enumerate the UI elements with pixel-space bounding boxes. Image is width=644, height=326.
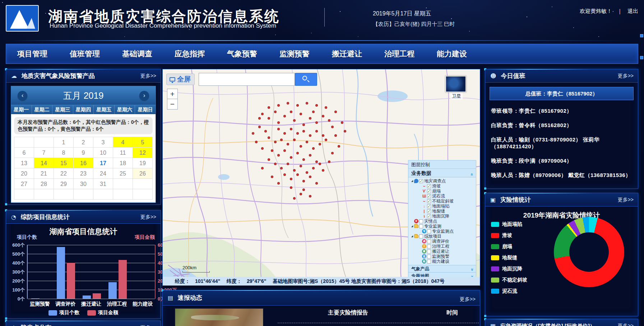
disaster-point-marker[interactable] bbox=[255, 141, 258, 143]
disaster-point-marker[interactable] bbox=[287, 163, 289, 165]
calendar-day-23[interactable]: 23 bbox=[74, 168, 93, 179]
calendar-day-18[interactable]: 18 bbox=[113, 158, 133, 168]
disaster-point-marker[interactable] bbox=[309, 154, 311, 157]
calendar-day-24[interactable]: 24 bbox=[93, 168, 113, 179]
scrollbar-handle-top[interactable] bbox=[640, 34, 643, 37]
nav-item-3[interactable]: 应急指挥 bbox=[163, 49, 216, 59]
nav-item-8[interactable]: 能力建设 bbox=[426, 49, 478, 59]
donut-legend-item-泥石流[interactable]: 泥石流 bbox=[491, 288, 527, 294]
disaster-point-marker[interactable] bbox=[277, 182, 280, 185]
donut-legend-item-崩塌[interactable]: 崩塌 bbox=[491, 243, 527, 250]
disaster-stats-more-link[interactable]: 更多>> bbox=[618, 193, 634, 206]
disaster-point-marker[interactable] bbox=[315, 130, 318, 132]
calendar-day-6[interactable]: 6 bbox=[14, 148, 34, 158]
layer-tree-row-能力建设[interactable]: 能能力建设 bbox=[410, 259, 476, 264]
calendar-day-31[interactable]: 31 bbox=[93, 179, 113, 189]
emergency-resources-more-link[interactable]: 更多>> bbox=[618, 319, 634, 326]
satellite-toggle-thumbnail[interactable] bbox=[445, 76, 466, 92]
zoom-in-button[interactable]: + bbox=[167, 89, 178, 99]
disaster-point-marker[interactable] bbox=[277, 104, 280, 107]
disaster-point-marker[interactable] bbox=[287, 102, 289, 104]
tree-expander-icon[interactable]: ◢ bbox=[411, 180, 414, 182]
donut-legend-item-不稳定斜坡[interactable]: 不稳定斜坡 bbox=[491, 277, 527, 283]
disaster-point-marker[interactable] bbox=[306, 102, 308, 104]
calendar-next-button[interactable]: › bbox=[139, 91, 149, 101]
layer-checkbox-地面沉降[interactable] bbox=[427, 214, 431, 218]
disaster-point-marker[interactable] bbox=[296, 104, 299, 107]
nav-item-2[interactable]: 基础调查 bbox=[111, 49, 163, 59]
layer-tree-row-地面沉降[interactable]: ⇂地面沉降 bbox=[410, 214, 476, 219]
disaster-point-marker[interactable] bbox=[312, 167, 315, 169]
disaster-point-marker[interactable] bbox=[268, 158, 270, 161]
disaster-point-marker[interactable] bbox=[300, 193, 302, 195]
disaster-point-marker[interactable] bbox=[274, 111, 277, 113]
nav-item-0[interactable]: 项目管理 bbox=[6, 49, 59, 59]
nav-item-5[interactable]: 监测预警 bbox=[268, 49, 321, 59]
disaster-point-marker[interactable] bbox=[319, 163, 321, 165]
disaster-point-marker[interactable] bbox=[277, 121, 280, 124]
fullscreen-button[interactable]: 全屏 bbox=[166, 74, 195, 85]
layer-checkbox-崩塌[interactable] bbox=[427, 189, 431, 193]
chevron-down-icon[interactable]: « bbox=[468, 268, 475, 271]
donut-legend-item-滑坡[interactable]: 滑坡 bbox=[491, 232, 527, 239]
calendar-day-7[interactable]: 7 bbox=[34, 148, 54, 158]
disaster-point-marker[interactable] bbox=[258, 126, 261, 128]
layer-checkbox-泥石流[interactable] bbox=[427, 194, 431, 198]
calendar-day-26[interactable]: 26 bbox=[133, 168, 153, 179]
calendar-day-27[interactable]: 27 bbox=[14, 179, 34, 189]
disaster-point-marker[interactable] bbox=[331, 152, 334, 154]
donut-legend-item-地面沉降[interactable]: 地面沉降 bbox=[491, 266, 527, 272]
disaster-point-marker[interactable] bbox=[309, 117, 311, 120]
disaster-point-marker[interactable] bbox=[293, 169, 296, 172]
warning-products-more-link[interactable]: 更多>> bbox=[140, 69, 156, 83]
calendar-day-21[interactable]: 21 bbox=[34, 168, 54, 179]
calendar-prev-button[interactable]: ‹ bbox=[18, 91, 27, 101]
disaster-point-marker[interactable] bbox=[258, 117, 261, 120]
disaster-point-marker[interactable] bbox=[334, 111, 337, 113]
disaster-point-marker[interactable] bbox=[290, 178, 292, 180]
layer-checkbox-地裂缝[interactable] bbox=[427, 209, 431, 213]
calendar-day-3[interactable]: 3 bbox=[93, 137, 113, 148]
bar-legend-item[interactable]: 项目个数 bbox=[48, 309, 79, 316]
logout-link[interactable]: 退出 bbox=[627, 8, 638, 14]
layer-checkbox-专业监测[interactable] bbox=[419, 224, 423, 228]
disaster-point-marker[interactable] bbox=[277, 128, 280, 130]
disaster-point-marker[interactable] bbox=[322, 115, 324, 117]
bar-legend-item[interactable]: 项目金额 bbox=[87, 309, 118, 316]
disaster-point-marker[interactable] bbox=[322, 169, 324, 172]
calendar-day-22[interactable]: 22 bbox=[54, 168, 74, 179]
scrollbar-handle-bottom[interactable] bbox=[640, 56, 643, 59]
layer-tree-row-地灾调查点[interactable]: ◢地灾调查点 bbox=[410, 178, 476, 183]
project-stats-more-link[interactable]: 更多>> bbox=[140, 210, 156, 224]
layer-checkbox-治理工程[interactable] bbox=[427, 244, 431, 248]
disaster-point-marker[interactable] bbox=[341, 121, 343, 124]
calendar-day-10[interactable]: 10 bbox=[93, 148, 113, 158]
disaster-point-marker[interactable] bbox=[290, 156, 292, 159]
calendar-day-15[interactable]: 15 bbox=[54, 158, 74, 168]
layer-checkbox-滑坡[interactable] bbox=[427, 184, 431, 188]
layer-checkbox-不稳定斜坡[interactable] bbox=[427, 199, 431, 203]
donut-legend-item-地面塌陷[interactable]: 地面塌陷 bbox=[491, 221, 527, 228]
calendar-day-28[interactable]: 28 bbox=[34, 179, 54, 189]
calendar-day-1[interactable]: 1 bbox=[54, 137, 74, 148]
disaster-point-marker[interactable] bbox=[300, 165, 302, 167]
layer-checkbox-监测预警[interactable] bbox=[427, 255, 431, 259]
nav-item-4[interactable]: 气象预警 bbox=[216, 49, 268, 59]
calendar-day-16[interactable]: 16 bbox=[74, 158, 93, 168]
calendar-day-25[interactable]: 25 bbox=[113, 168, 133, 179]
disaster-point-marker[interactable] bbox=[312, 111, 315, 113]
disaster-point-marker[interactable] bbox=[328, 160, 330, 163]
layer-checkbox-灾情点[interactable] bbox=[419, 219, 423, 223]
disaster-point-marker[interactable] bbox=[315, 121, 318, 124]
map-area[interactable]: 全屏 + − 卫星 图层控制 业务数据 « ◢地灾调查点⌣滑坡Ѵ崩塌Ш泥石流⌣不… bbox=[162, 69, 480, 286]
calendar-day-8[interactable]: 8 bbox=[54, 148, 74, 158]
disaster-point-marker[interactable] bbox=[309, 176, 311, 178]
bulletin-photo[interactable] bbox=[175, 308, 263, 326]
nav-item-7[interactable]: 治理工程 bbox=[373, 49, 426, 59]
calendar-day-13[interactable]: 13 bbox=[14, 158, 34, 168]
disaster-point-marker[interactable] bbox=[300, 113, 302, 115]
calendar-day-17[interactable]: 17 bbox=[93, 158, 113, 168]
disaster-point-marker[interactable] bbox=[296, 173, 299, 176]
layer-tree-row-专业监测点[interactable]: 专专业监测点 bbox=[410, 229, 476, 234]
calendar-day-2[interactable]: 2 bbox=[74, 137, 93, 148]
